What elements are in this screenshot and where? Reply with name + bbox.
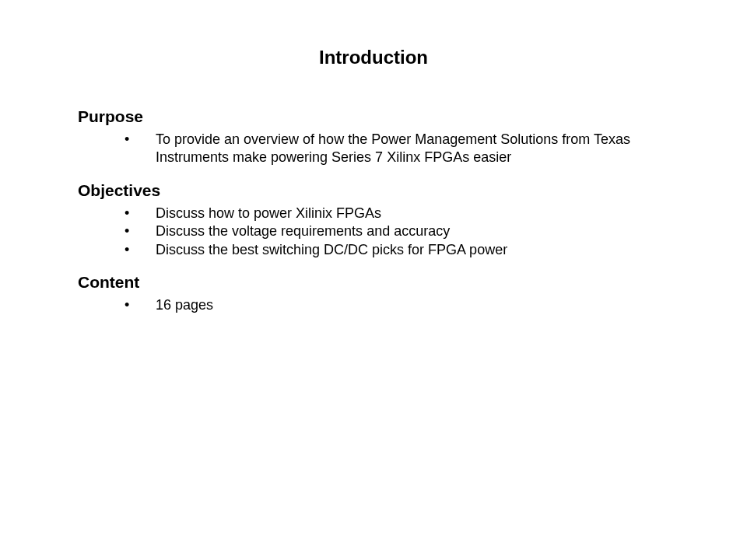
purpose-list: To provide an overview of how the Power …	[78, 131, 669, 167]
objectives-list: Discuss how to power Xilinix FPGAs Discu…	[78, 205, 669, 259]
list-item: To provide an overview of how the Power …	[124, 131, 669, 167]
page-title: Introduction	[78, 47, 669, 68]
list-item: Discuss the best switching DC/DC picks f…	[124, 241, 669, 259]
list-item: Discuss how to power Xilinix FPGAs	[124, 205, 669, 222]
objectives-heading: Objectives	[78, 181, 669, 200]
list-item: 16 pages	[124, 296, 669, 314]
list-item: Discuss the voltage requirements and acc…	[124, 222, 669, 240]
content-heading: Content	[78, 273, 669, 292]
content-list: 16 pages	[78, 296, 669, 314]
purpose-heading: Purpose	[78, 107, 669, 126]
